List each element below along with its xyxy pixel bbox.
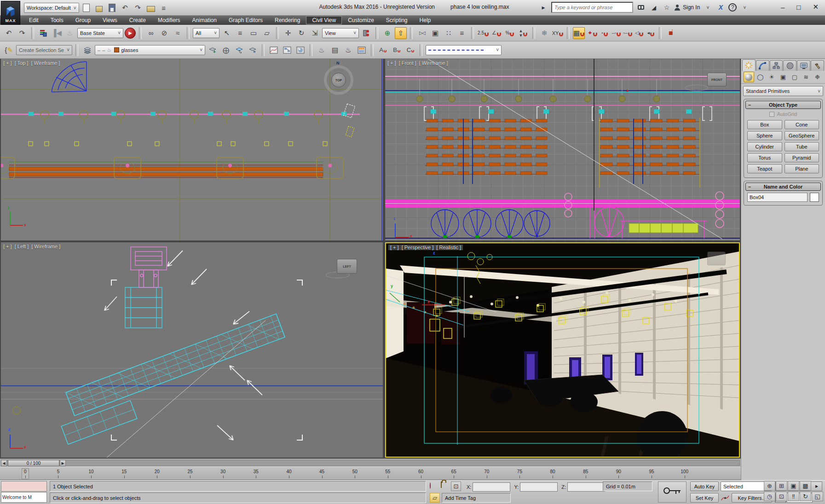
- category-cameras[interactable]: ▣: [778, 72, 788, 82]
- zoom-region-icon[interactable]: ⊡: [776, 492, 787, 501]
- named-selection-sets-icon[interactable]: ❄: [538, 27, 550, 39]
- maximize-viewport-toggle-icon[interactable]: ◱: [812, 492, 823, 501]
- category-shapes[interactable]: ◯: [755, 72, 766, 82]
- search-expand-icon[interactable]: ▸: [538, 4, 548, 11]
- selection-filter-dropdown[interactable]: All˅: [193, 28, 219, 38]
- time-tag-icon[interactable]: ▱: [430, 493, 440, 503]
- primitive-button[interactable]: Box: [747, 120, 782, 129]
- help-search-input[interactable]: [551, 2, 633, 13]
- time-configuration-icon[interactable]: ◷: [764, 492, 775, 501]
- select-object-icon[interactable]: ↖: [221, 27, 233, 39]
- viewport-menu-name[interactable]: [ Left ]: [15, 244, 29, 249]
- reference-coordinate-dropdown[interactable]: View˅: [322, 28, 359, 38]
- max-logo[interactable]: MAX: [1, 1, 20, 25]
- civilview-letter-button[interactable]: B: [391, 44, 403, 56]
- favorites-star-icon[interactable]: ☆: [662, 4, 672, 11]
- align-icon[interactable]: ▣: [429, 27, 441, 39]
- object-color-swatch[interactable]: [810, 193, 819, 202]
- xy-constraint-icon[interactable]: XY: [552, 27, 564, 39]
- communication-center-icon[interactable]: ◢: [649, 4, 659, 11]
- viewport-left[interactable]: [ + ] [ Left ] [ Wireframe ]: [1, 242, 383, 458]
- primitive-button[interactable]: Cylinder: [747, 142, 782, 151]
- viewport-menu-name[interactable]: [ Perspective ]: [402, 245, 434, 250]
- use-pivot-center-icon[interactable]: [360, 27, 372, 39]
- menu-item[interactable]: Tools: [45, 16, 69, 24]
- absolute-mode-icon[interactable]: ⊡: [451, 481, 461, 491]
- viewcube-perspective[interactable]: [707, 252, 726, 265]
- render-production-icon[interactable]: ♨: [342, 44, 354, 56]
- primitive-button[interactable]: GeoSphere: [785, 131, 819, 140]
- pivot-snap-icon[interactable]: ✦: [586, 27, 598, 39]
- menu-item[interactable]: Modifiers: [152, 16, 186, 24]
- bind-to-spacewarp-icon[interactable]: ≈: [172, 27, 184, 39]
- viewcube-front[interactable]: FRONT: [707, 73, 727, 86]
- civilview-letter-button[interactable]: C: [404, 44, 416, 56]
- select-by-name-icon[interactable]: ≡: [234, 27, 246, 39]
- exchange-apps-icon[interactable]: X: [715, 4, 726, 11]
- menu-item[interactable]: Create: [123, 16, 152, 24]
- tab-utilities[interactable]: [811, 60, 824, 71]
- menu-item[interactable]: Civil View: [306, 16, 342, 24]
- viewport-menu-name[interactable]: [ Front ]: [399, 60, 416, 66]
- viewport-menu-shading[interactable]: [ Realistic ]: [436, 245, 461, 250]
- viewport-menu-shading[interactable]: [ Wireframe ]: [419, 60, 448, 66]
- help-dropdown-icon[interactable]: ˅: [739, 5, 750, 10]
- window-crossing-icon[interactable]: ▱: [261, 27, 273, 39]
- select-and-manipulate-icon[interactable]: ⊕: [381, 27, 393, 39]
- unlink-selection-icon[interactable]: ⊘: [158, 27, 170, 39]
- viewport-menu-plus[interactable]: [ + ]: [387, 60, 396, 66]
- curve-editor-icon[interactable]: [268, 44, 280, 56]
- line-style-dropdown[interactable]: ˅: [426, 45, 502, 55]
- x-coord-input[interactable]: [473, 482, 510, 492]
- undo-button[interactable]: ↶: [120, 2, 131, 13]
- percent-snap-icon[interactable]: %: [504, 27, 516, 39]
- menu-item[interactable]: Help: [414, 16, 437, 24]
- object-name-field[interactable]: Box04: [747, 193, 808, 202]
- close-button[interactable]: ✕: [813, 3, 819, 11]
- time-slider-prev-arrow[interactable]: ◀: [1, 460, 7, 466]
- maxscript-mini-listener[interactable]: Welcome to M: [1, 492, 47, 503]
- select-objects-in-layer-icon[interactable]: [233, 44, 245, 56]
- snap-toggle-25-icon[interactable]: 2.5: [477, 27, 489, 39]
- project-folder-button[interactable]: [145, 2, 156, 13]
- play-state-button[interactable]: ▶: [125, 28, 136, 39]
- orbit-icon[interactable]: ↻: [800, 492, 811, 501]
- selection-lock-icon[interactable]: [441, 482, 442, 487]
- add-time-tag[interactable]: Add Time Tag: [442, 493, 511, 503]
- viewport-menu-shading[interactable]: [ Wireframe ]: [31, 60, 60, 66]
- layer-color-swatch[interactable]: [114, 47, 119, 52]
- tab-hierarchy[interactable]: [770, 60, 783, 71]
- midpoint-snap-icon[interactable]: ▫─: [623, 27, 633, 39]
- zoom-icon[interactable]: ⊕: [764, 481, 775, 491]
- isolate-selection-icon[interactable]: [430, 483, 431, 488]
- viewport-front[interactable]: [ + ] [ Front ] [ Wireframe ]: [385, 59, 740, 241]
- search-icon[interactable]: [636, 4, 646, 11]
- category-helpers[interactable]: ▢: [789, 72, 800, 82]
- render-grid-icon[interactable]: [356, 44, 368, 56]
- material-editor-icon[interactable]: [294, 44, 306, 56]
- sign-in-button[interactable]: Sign In: [683, 4, 700, 11]
- minimize-button[interactable]: –: [781, 3, 785, 11]
- mirror-icon[interactable]: ▷◁: [416, 27, 428, 39]
- vertex-snap-icon[interactable]: ▪: [600, 27, 610, 39]
- redo-icon[interactable]: ↷: [16, 27, 28, 39]
- walk-through-icon[interactable]: ‼: [788, 492, 799, 501]
- layer-freeze-toggle[interactable]: –: [102, 47, 105, 53]
- civil-view-crane-icon[interactable]: ■↑: [665, 27, 677, 39]
- rendered-frame-window-icon[interactable]: ▤: [329, 44, 341, 56]
- primitive-button[interactable]: Teapot: [747, 164, 782, 173]
- zoom-extents-all-icon[interactable]: ▩: [800, 481, 811, 491]
- civilview-letter-button[interactable]: A: [377, 44, 389, 56]
- add-to-layer-icon[interactable]: ⨁: [220, 44, 232, 56]
- layer-dropdown[interactable]: – – ♨ glasses ˅: [95, 45, 205, 55]
- spinner-snap-icon[interactable]: ▲▼: [517, 27, 529, 39]
- state-sets-icon[interactable]: ▐◀: [51, 27, 63, 39]
- y-coord-input[interactable]: [520, 482, 558, 492]
- menu-item[interactable]: Animation: [186, 16, 223, 24]
- menu-item[interactable]: Scripting: [380, 16, 414, 24]
- edge-snap-icon[interactable]: ─▫: [611, 27, 621, 39]
- edit-named-selections-icon[interactable]: {✎: [3, 44, 15, 56]
- primitive-button[interactable]: Cone: [785, 120, 819, 129]
- viewport-top[interactable]: [ + ] [ Top ] [ Wireframe ]: [1, 59, 383, 241]
- redo-button[interactable]: ↷: [133, 2, 144, 13]
